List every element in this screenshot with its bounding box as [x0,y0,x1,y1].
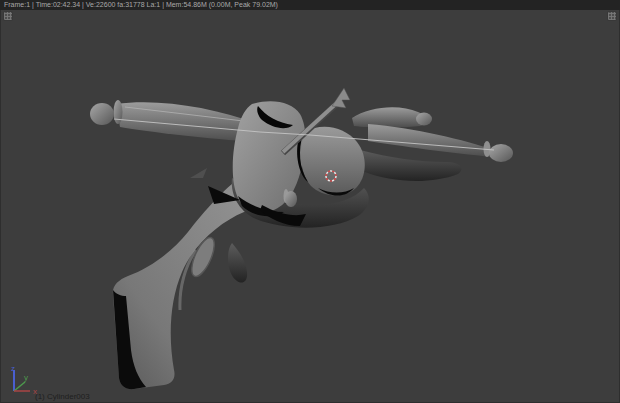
crossbow-rear-arm [352,107,426,127]
left-limb-cap [90,103,114,125]
render-stats-bar: Frame:1 | Time:02:42.34 | Ve:22600 fa:31… [0,0,620,10]
3d-viewport[interactable] [0,10,620,403]
blender-window: { "header": { "stats": "Frame:1 | Time:0… [0,0,620,403]
body-knob [285,191,297,207]
crossbow-trigger [228,243,247,283]
crossbow-model[interactable] [90,88,513,389]
body-spike [190,168,207,178]
crossbow-rear-cap [416,113,432,126]
left-limb-collar [114,100,123,124]
active-object-name: (1) Cylinder003 [35,392,90,401]
right-limb-cap [489,144,513,162]
right-underside [355,150,461,181]
crossbow-right-limb [368,124,498,157]
y-axis-label: y [24,373,28,382]
render-stats-text: Frame:1 | Time:02:42.34 | Ve:22600 fa:31… [4,1,278,8]
viewport-canvas[interactable] [0,10,620,403]
y-axis-line [14,382,25,391]
corner-split-widget-icon[interactable] [3,11,13,21]
z-axis-label: z [11,364,15,373]
bolt-arrowhead [332,88,350,108]
corner-split-widget-icon[interactable] [607,11,617,21]
